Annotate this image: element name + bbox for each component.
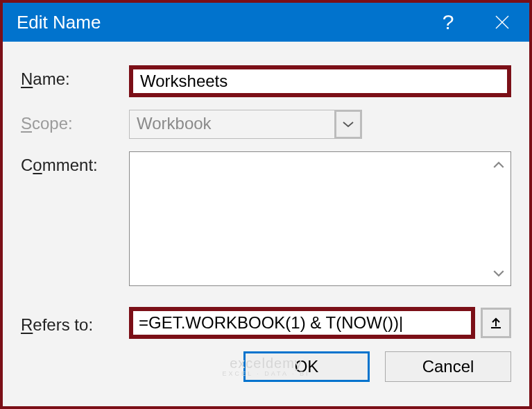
refers-label: Refers to:: [21, 311, 129, 335]
chevron-down-icon: [492, 269, 505, 277]
comment-textarea[interactable]: [129, 151, 511, 286]
refers-row: Refers to:: [21, 307, 511, 339]
cancel-button[interactable]: Cancel: [385, 351, 511, 382]
scope-dropdown-button[interactable]: [334, 110, 362, 139]
scope-select: Workbook: [129, 110, 362, 139]
scroll-down-button[interactable]: [492, 267, 506, 281]
refers-highlight: [129, 307, 475, 339]
collapse-icon: [490, 317, 502, 329]
dialog-frame: Edit Name ? Name: Scope: Workbook: [0, 0, 532, 409]
help-icon: ?: [443, 10, 454, 34]
collapse-dialog-button[interactable]: [481, 308, 511, 338]
close-icon: [494, 14, 510, 31]
refers-input[interactable]: [133, 313, 471, 333]
button-row: OK Cancel: [21, 351, 511, 382]
comment-row: Comment:: [21, 151, 511, 289]
comment-label: Comment:: [21, 151, 129, 175]
scroll-up-button[interactable]: [492, 158, 506, 172]
scope-row: Scope: Workbook: [21, 110, 511, 139]
comment-field: [129, 151, 511, 289]
dialog-title: Edit Name: [17, 12, 421, 33]
dialog-body: Name: Scope: Workbook Comment:: [3, 42, 529, 406]
name-highlight: [129, 65, 511, 97]
close-button[interactable]: [475, 3, 529, 42]
name-input[interactable]: [133, 69, 507, 93]
ok-button[interactable]: OK: [243, 351, 370, 382]
scope-field: Workbook: [129, 110, 511, 139]
scope-value: Workbook: [129, 110, 334, 139]
scope-label: Scope:: [21, 110, 129, 133]
name-row: Name:: [21, 65, 511, 97]
chevron-down-icon: [343, 121, 354, 128]
chevron-up-icon: [492, 161, 505, 169]
name-label: Name:: [21, 65, 129, 89]
titlebar: Edit Name ?: [3, 3, 529, 42]
help-button[interactable]: ?: [421, 3, 475, 42]
